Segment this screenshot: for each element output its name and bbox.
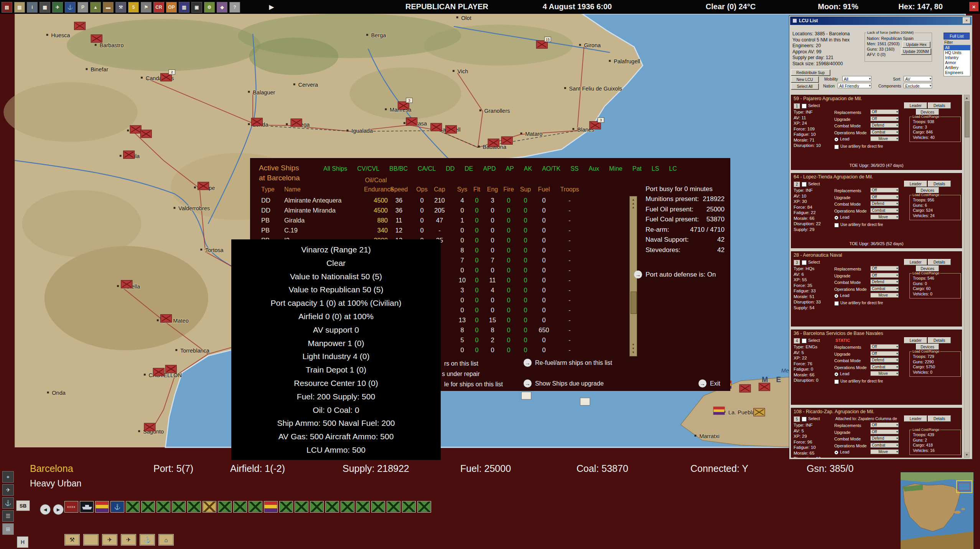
devices-button[interactable]: Devices — [916, 344, 939, 350]
lead-radio[interactable] — [834, 216, 838, 220]
select-checkbox[interactable] — [802, 182, 807, 187]
scroll-up-icon[interactable]: ▲ — [964, 95, 969, 101]
inf-unit-icon[interactable] — [356, 501, 370, 513]
filter-option[interactable]: HQ Units — [944, 50, 970, 55]
select-checkbox[interactable] — [802, 417, 807, 422]
nation-select[interactable]: All Friendly — [838, 83, 871, 88]
filter-option[interactable]: Infantry — [944, 55, 970, 60]
unit-counter[interactable] — [446, 125, 457, 133]
close-icon[interactable]: × — [969, 2, 978, 11]
unit-counter[interactable] — [121, 280, 132, 288]
inf-unit-icon[interactable] — [371, 501, 385, 513]
inf-unit-icon[interactable] — [172, 501, 186, 513]
minimap[interactable] — [900, 472, 974, 549]
artillery-checkbox[interactable] — [834, 223, 839, 228]
operations-mode-select[interactable]: Combat — [870, 286, 899, 291]
move-button[interactable]: Move — [870, 136, 899, 141]
unit-counter[interactable] — [291, 119, 302, 127]
intel-icon[interactable]: ◆ — [217, 2, 227, 13]
upgrade-select[interactable]: Off — [870, 195, 899, 199]
info-icon[interactable]: i — [27, 2, 38, 13]
replacements-select[interactable]: Off — [870, 109, 899, 114]
engineering-icon[interactable]: ⚙ — [204, 2, 215, 13]
leader-button[interactable]: Leader — [904, 415, 927, 422]
exit-button[interactable]: → Exit — [698, 379, 720, 387]
unit-index-button[interactable]: 2 — [794, 181, 800, 187]
unit-counter[interactable] — [161, 315, 172, 322]
inf-unit-icon[interactable] — [187, 501, 201, 513]
inf-unit-icon[interactable] — [417, 501, 431, 513]
operations-mode-select[interactable]: Combat — [870, 208, 899, 213]
upgrade-select[interactable]: Off — [870, 351, 899, 356]
move-button[interactable]: Move — [870, 371, 899, 376]
convoy-icon[interactable]: ▬ — [103, 2, 114, 13]
inf-unit-icon[interactable] — [387, 501, 400, 513]
ship-filter-tab[interactable]: Mine — [609, 165, 623, 172]
mobility-select[interactable]: All — [842, 76, 871, 81]
unit-index-button[interactable]: 4 — [794, 338, 800, 344]
inf-unit-icon[interactable] — [310, 501, 324, 513]
devices-button[interactable]: Devices — [916, 109, 939, 115]
combat-mode-select[interactable]: Defend — [870, 436, 899, 441]
ship-filter-tab[interactable]: DE — [464, 165, 473, 172]
orders-icon[interactable]: ▧ — [14, 2, 25, 13]
art-unit-icon[interactable] — [203, 501, 216, 513]
inf-unit-icon[interactable] — [126, 501, 140, 513]
flag-unit-icon[interactable] — [264, 501, 278, 513]
sb-toggle-button[interactable]: SB — [16, 500, 30, 511]
ship-filter-tab[interactable]: CV/CVL — [357, 165, 379, 172]
artillery-checkbox[interactable] — [834, 301, 839, 306]
move-button[interactable]: Move — [870, 293, 899, 298]
devices-button[interactable]: Devices — [916, 265, 939, 272]
port-services-icon[interactable]: ⌂ — [158, 534, 174, 546]
ship-filter-tab[interactable]: SS — [570, 165, 578, 172]
lead-radio[interactable] — [834, 137, 838, 142]
flag-unit-icon[interactable] — [95, 501, 109, 513]
operations-icon[interactable]: OP — [166, 2, 177, 13]
unit-index-button[interactable]: 3 — [794, 260, 800, 265]
ship-filter-tab[interactable]: DD — [446, 165, 455, 172]
details-button[interactable]: Details — [928, 102, 951, 109]
upgrade-select[interactable]: Off — [870, 273, 899, 278]
selected-base-name[interactable]: Barcelona — [30, 463, 73, 474]
hex-info-button[interactable]: H — [17, 536, 28, 548]
hq-unit-icon[interactable]: xxxx — [64, 501, 78, 513]
naval-ops-icon[interactable]: ⚓ — [65, 2, 76, 13]
details-button[interactable]: Details — [928, 415, 951, 422]
devices-button[interactable]: Devices — [916, 187, 939, 193]
combat-mode-select[interactable]: Defend — [870, 279, 899, 284]
filter-option[interactable]: All — [944, 45, 970, 50]
replacements-select[interactable]: Off — [870, 422, 899, 427]
upgrade-select[interactable]: Off — [870, 116, 899, 121]
operations-mode-select[interactable]: Combat — [870, 443, 899, 448]
inf-unit-icon[interactable] — [218, 501, 232, 513]
details-button[interactable]: Details — [928, 259, 951, 265]
close-icon[interactable]: × — [963, 17, 970, 24]
filter-listbox[interactable]: AllHQ UnitsInfantryArmorArtilleryEnginee… — [944, 45, 970, 76]
naval-support-icon[interactable]: ⚒ — [64, 534, 80, 546]
garrison-flag-icon[interactable] — [83, 534, 99, 546]
industry-icon[interactable]: ⚒ — [115, 2, 126, 13]
scroll-thumb[interactable] — [965, 101, 970, 137]
unit-counter[interactable] — [165, 365, 176, 373]
grid-toggle-button[interactable]: ⊞ — [2, 523, 14, 535]
components-select[interactable]: Exclude — [904, 83, 932, 88]
operations-mode-select[interactable]: Combat — [870, 364, 899, 369]
inf-unit-icon[interactable] — [295, 501, 308, 513]
operations-mode-select[interactable]: Combat — [870, 130, 899, 135]
move-button[interactable]: Move — [870, 449, 899, 454]
ship-filter-tab[interactable]: Aux — [588, 165, 599, 172]
unit-counter[interactable] — [74, 22, 85, 30]
help-icon[interactable]: ? — [229, 2, 240, 13]
update-hex-button[interactable]: Update Hex — [903, 41, 930, 48]
filter-option[interactable]: Engineers — [944, 70, 970, 75]
show-upgrade-action[interactable]: → Show Ships due upgrade — [524, 379, 604, 387]
unit-counter[interactable] — [251, 118, 262, 126]
inf-unit-icon[interactable] — [141, 501, 155, 513]
replacements-select[interactable]: Off — [870, 266, 899, 271]
details-button[interactable]: Details — [928, 337, 951, 343]
preferences-icon[interactable]: P — [77, 2, 88, 13]
upgrade-select[interactable]: Off — [870, 429, 899, 434]
lcu-list-scrollbar[interactable]: ▲ ▼ — [964, 95, 970, 458]
full-list-button[interactable]: Full List — [944, 33, 970, 40]
